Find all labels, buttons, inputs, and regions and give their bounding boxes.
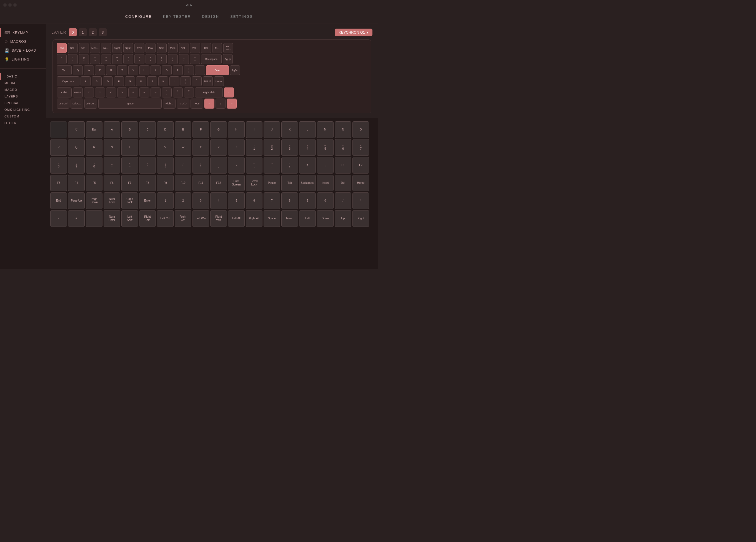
key-play[interactable]: Play <box>146 43 156 53</box>
sidebar-item-special[interactable]: SPECIAL <box>0 100 46 106</box>
basic-key-1-10[interactable]: Z <box>228 139 245 156</box>
key-next[interactable]: Next <box>157 43 167 53</box>
key-f[interactable]: F <box>114 76 124 86</box>
basic-key-0-5[interactable]: C <box>139 121 156 138</box>
key-lau[interactable]: Lau... <box>101 43 111 53</box>
key-equals[interactable]: += <box>190 54 200 64</box>
basic-key-3-17[interactable]: Home <box>352 175 369 191</box>
key-o[interactable]: O <box>162 65 172 75</box>
key-backspace[interactable]: Backspace <box>201 54 222 64</box>
key-t[interactable]: T <box>117 65 127 75</box>
basic-key-4-12[interactable]: 7 <box>264 192 280 209</box>
key-l[interactable]: L <box>169 76 179 86</box>
basic-key-0-10[interactable]: H <box>228 121 245 138</box>
basic-key-5-13[interactable]: Menu <box>281 210 298 227</box>
basic-key-0-15[interactable]: M <box>317 121 334 138</box>
key-brght-minus[interactable]: Brght- <box>112 43 122 53</box>
sidebar-item-other[interactable]: OTHER <box>0 120 46 126</box>
basic-key-1-6[interactable]: V <box>157 139 174 156</box>
key-nuhs[interactable]: NUHS <box>203 76 213 86</box>
key-z[interactable]: Z <box>84 87 94 97</box>
key-left[interactable]: ← <box>204 99 214 109</box>
basic-key-0-4[interactable]: B <box>121 121 138 138</box>
key-n[interactable]: N <box>139 87 149 97</box>
basic-key-0-2[interactable]: Esc <box>86 121 102 138</box>
basic-key-2-16[interactable]: F1 <box>335 157 351 174</box>
key-0[interactable]: )0 <box>168 54 178 64</box>
basic-key-4-1[interactable]: Page Up <box>68 192 85 209</box>
basic-key-5-12[interactable]: Space <box>264 210 280 227</box>
key-v[interactable]: V <box>117 87 127 97</box>
key-left-ctrl[interactable]: Left Ctrl <box>57 99 69 109</box>
sidebar-item-macros[interactable]: ⊕ MACROS <box>0 37 46 46</box>
layer-btn-1[interactable]: 1 <box>79 28 87 36</box>
sidebar-item-macro[interactable]: MACRO <box>0 86 46 93</box>
basic-key-1-1[interactable]: Q <box>68 139 85 156</box>
basic-key-2-0[interactable]: *8 <box>50 157 67 174</box>
basic-key-0-0[interactable] <box>50 121 67 138</box>
basic-key-2-14[interactable]: = <box>299 157 316 174</box>
key-k[interactable]: K <box>158 76 168 86</box>
key-c[interactable]: C <box>106 87 116 97</box>
key-vol-lr[interactable]: Vol -Vol + <box>223 43 233 53</box>
basic-key-1-17[interactable]: &7 <box>352 139 369 156</box>
basic-key-1-5[interactable]: U <box>139 139 156 156</box>
basic-key-4-10[interactable]: 5 <box>228 192 245 209</box>
sidebar-item-keymap[interactable]: ⌨ KEYMAP <box>0 28 46 37</box>
basic-key-5-17[interactable]: Right <box>352 210 369 227</box>
basic-key-4-17[interactable]: * <box>352 192 369 209</box>
basic-key-1-4[interactable]: T <box>121 139 138 156</box>
key-1[interactable]: !1 <box>68 54 78 64</box>
basic-key-0-9[interactable]: G <box>210 121 227 138</box>
basic-key-4-11[interactable]: 6 <box>246 192 262 209</box>
basic-key-1-0[interactable]: P <box>50 139 67 156</box>
key-scr-plus[interactable]: Scr + <box>79 43 89 53</box>
close-button[interactable] <box>3 3 7 7</box>
basic-key-2-2[interactable]: )0 <box>86 157 102 174</box>
key-quote[interactable]: ". <box>192 76 202 86</box>
key-rbracket[interactable]: }] <box>195 65 205 75</box>
basic-key-0-11[interactable]: I <box>246 121 262 138</box>
key-left-alt[interactable]: Left Co... <box>84 99 97 109</box>
basic-key-2-1[interactable]: (9 <box>68 157 85 174</box>
keyboard-selector[interactable]: KEYCHRON Q1 ▾ <box>335 29 372 36</box>
key-s[interactable]: S <box>92 76 102 86</box>
key-9[interactable]: (9 <box>157 54 167 64</box>
basic-key-3-3[interactable]: F6 <box>104 175 120 191</box>
basic-key-1-11[interactable]: !1 <box>246 139 262 156</box>
basic-key-4-8[interactable]: 3 <box>192 192 209 209</box>
basic-key-1-2[interactable]: R <box>86 139 102 156</box>
basic-key-0-6[interactable]: D <box>157 121 174 138</box>
sidebar-item-media[interactable]: MEDIA <box>0 80 46 86</box>
basic-key-3-1[interactable]: F4 <box>68 175 85 191</box>
key-pgup[interactable]: PgUp <box>223 54 233 64</box>
basic-key-2-3[interactable]: _- <box>104 157 120 174</box>
basic-key-4-16[interactable]: / <box>335 192 351 209</box>
basic-key-5-9[interactable]: Right Win <box>210 210 227 227</box>
basic-key-3-4[interactable]: F7 <box>121 175 138 191</box>
key-b[interactable]: B <box>128 87 138 97</box>
basic-key-5-6[interactable]: Left Ctrl <box>157 210 174 227</box>
basic-key-2-6[interactable]: {[ <box>157 157 174 174</box>
key-w[interactable]: W <box>84 65 94 75</box>
basic-key-0-13[interactable]: K <box>281 121 298 138</box>
basic-key-2-11[interactable]: <, <box>246 157 262 174</box>
basic-key-3-15[interactable]: Insert <box>317 175 334 191</box>
key-5[interactable]: %5 <box>112 54 122 64</box>
basic-key-2-9[interactable]: :; <box>210 157 227 174</box>
key-m[interactable]: M... <box>212 43 222 53</box>
basic-key-3-0[interactable]: F3 <box>50 175 67 191</box>
basic-key-3-7[interactable]: F10 <box>175 175 191 191</box>
tab-key-tester[interactable]: KEY TESTER <box>163 13 191 20</box>
key-m[interactable]: M <box>151 87 161 97</box>
tab-design[interactable]: DESIGN <box>202 13 219 20</box>
key-left-os[interactable]: Left O... <box>71 99 83 109</box>
basic-key-5-14[interactable]: Left <box>299 210 316 227</box>
basic-key-3-11[interactable]: Scroll Lock <box>246 175 262 191</box>
basic-key-5-3[interactable]: Num Enter <box>104 210 120 227</box>
basic-key-3-14[interactable]: Backspace <box>299 175 316 191</box>
basic-key-1-9[interactable]: Y <box>210 139 227 156</box>
basic-key-5-1[interactable]: + <box>68 210 85 227</box>
basic-key-0-16[interactable]: N <box>335 121 351 138</box>
basic-key-1-8[interactable]: X <box>192 139 209 156</box>
